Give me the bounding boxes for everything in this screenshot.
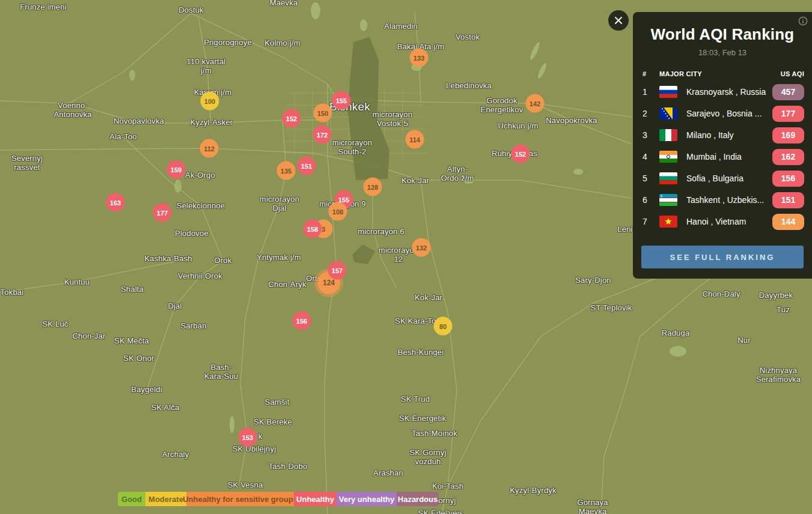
rank-number: 5 <box>643 174 659 183</box>
column-header-city: MAJOR CITY <box>659 70 781 77</box>
aqi-value-badge: 169 <box>772 127 804 144</box>
aqi-station-marker[interactable]: 112 <box>200 139 219 158</box>
aqi-value-badge: 457 <box>772 84 804 100</box>
aqi-station-marker[interactable]: 159 <box>167 160 186 179</box>
aqi-station-marker[interactable]: 157 <box>328 261 347 280</box>
legend-item: Unhealthy for sensitive groups <box>186 492 294 506</box>
aqi-station-marker[interactable]: 172 <box>313 125 332 144</box>
city-name: Sofia , Bulgaria <box>686 174 772 183</box>
rank-number: 1 <box>643 87 659 97</box>
rank-number: 4 <box>643 152 659 162</box>
ranking-row[interactable]: 6Tashkent , Uzbekis...151 <box>633 189 812 211</box>
aqi-station-marker[interactable]: 152 <box>511 145 530 163</box>
close-button[interactable] <box>608 10 629 31</box>
rank-number: 3 <box>643 130 659 140</box>
aqi-station-marker[interactable]: 114 <box>406 130 424 149</box>
aqi-station-marker[interactable]: 163 <box>106 193 125 212</box>
rank-number: 2 <box>643 109 659 118</box>
aqi-station-marker[interactable]: 151 <box>298 157 316 175</box>
aqi-station-marker[interactable]: 142 <box>526 94 545 113</box>
aqi-value-badge: 151 <box>772 192 804 208</box>
vietnam-flag-icon <box>659 216 677 228</box>
city-name: Mumbai , India <box>686 152 772 162</box>
aqi-station-marker[interactable]: 156 <box>293 312 311 330</box>
ranking-row[interactable]: 4Mumbai , India162 <box>633 146 812 168</box>
aqi-legend: GoodModerateUnhealthy for sensitive grou… <box>118 492 439 506</box>
legend-item: Very unhealthy <box>337 492 397 506</box>
column-header-rank: # <box>643 70 659 77</box>
legend-item: Unhealthy <box>294 492 337 506</box>
aqi-station-marker[interactable]: 177 <box>153 204 172 222</box>
bulgaria-flag-icon <box>659 172 677 184</box>
aqi-station-marker[interactable]: 133 <box>410 49 429 67</box>
aqi-value-badge: 177 <box>772 106 804 122</box>
uzbekistan-flag-icon <box>659 194 677 206</box>
italy-flag-icon <box>659 129 677 141</box>
aqi-station-marker[interactable]: 128 <box>364 178 382 196</box>
legend-item: Good <box>118 492 145 506</box>
ranking-row[interactable]: 2Sarajevo , Bosnia ...177 <box>633 103 812 124</box>
park-polygons <box>129 2 686 433</box>
aqi-station-marker[interactable]: 155 <box>332 91 351 110</box>
city-name: Hanoi , Vietnam <box>686 217 772 226</box>
world-aqi-ranking-panel: World AQI Ranking 18:03, Feb 13 # MAJOR … <box>633 12 812 279</box>
aqi-station-marker[interactable]: 80 <box>434 317 453 336</box>
aqi-map-app: Frunze imeniDostukMaevkaAlamedinKolmo j/… <box>0 0 812 514</box>
russia-flag-icon <box>659 86 677 98</box>
rank-number: 7 <box>643 217 659 226</box>
rank-number: 6 <box>643 195 659 205</box>
ranking-rows: 1Krasnoyarsk , Russia4572Sarajevo , Bosn… <box>633 81 812 232</box>
legend-item: Hazardous <box>397 492 439 506</box>
aqi-station-marker[interactable]: 158 <box>304 220 322 238</box>
ranking-row[interactable]: 1Krasnoyarsk , Russia457 <box>633 81 812 103</box>
aqi-station-marker[interactable]: 132 <box>412 238 431 257</box>
city-name: Sarajevo , Bosnia ... <box>686 109 772 118</box>
aqi-station-marker[interactable]: 153 <box>239 428 257 447</box>
aqi-station-marker[interactable]: 100 <box>201 92 219 110</box>
aqi-station-marker[interactable]: 150 <box>314 104 332 122</box>
city-name: Milano , Italy <box>686 130 772 140</box>
close-icon <box>614 16 623 25</box>
aqi-station-marker[interactable]: 108 <box>329 202 347 221</box>
city-name: Tashkent , Uzbekis... <box>686 195 772 205</box>
column-headers: # MAJOR CITY US AQI <box>633 70 812 77</box>
aqi-value-badge: 144 <box>772 214 804 230</box>
panel-title: World AQI Ranking <box>633 25 812 44</box>
city-name: Krasnoyarsk , Russia <box>686 87 772 97</box>
ranking-row[interactable]: 5Sofia , Bulgaria156 <box>633 168 812 189</box>
ranking-row[interactable]: 7Hanoi , Vietnam144 <box>633 211 812 232</box>
panel-timestamp: 18:03, Feb 13 <box>633 48 812 57</box>
info-icon[interactable] <box>798 16 808 26</box>
ranking-row[interactable]: 3Milano , Italy169 <box>633 124 812 146</box>
aqi-station-marker[interactable]: 135 <box>277 162 296 180</box>
bosnia-flag-icon <box>659 107 677 119</box>
see-full-ranking-button[interactable]: SEE FULL RANKING <box>641 246 804 268</box>
aqi-value-badge: 156 <box>772 171 804 187</box>
aqi-value-badge: 162 <box>772 149 804 165</box>
india-flag-icon <box>659 151 677 163</box>
legend-item: Moderate <box>145 492 186 506</box>
column-header-aqi: US AQI <box>781 70 804 77</box>
aqi-station-marker[interactable]: 152 <box>282 109 301 128</box>
